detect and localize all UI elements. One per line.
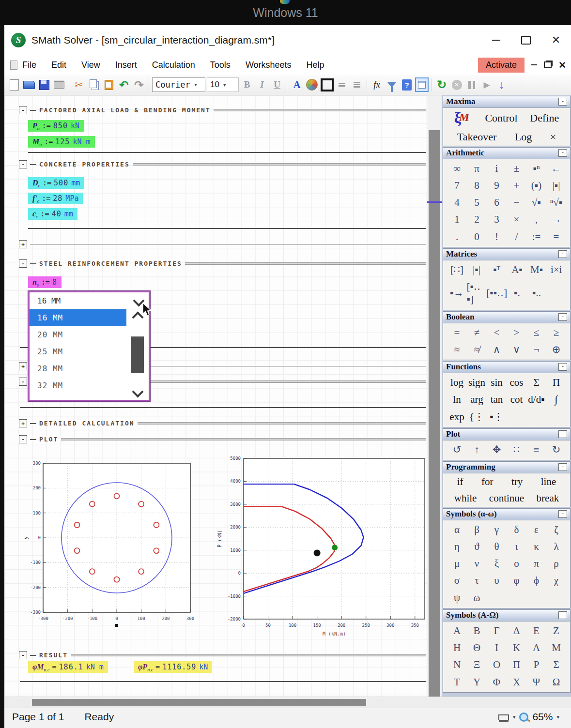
palette-item[interactable]: /: [515, 230, 518, 243]
palette-item[interactable]: ∧: [493, 343, 500, 356]
palette-item[interactable]: 9: [494, 179, 499, 192]
palette-item[interactable]: ▪ᵀ: [493, 263, 500, 276]
palette-item[interactable]: Π: [513, 658, 520, 671]
palette-item[interactable]: ρ: [554, 557, 558, 570]
palette-item[interactable]: ,: [535, 213, 538, 226]
palette-item[interactable]: B: [473, 624, 480, 637]
palette-item[interactable]: Δ: [513, 624, 520, 637]
palette-item[interactable]: 6: [494, 196, 499, 209]
palette-item[interactable]: if: [457, 475, 463, 488]
palette-item[interactable]: ν: [475, 557, 479, 570]
underline-button[interactable]: U: [270, 78, 284, 91]
palette-item[interactable]: ▪ⁿ: [533, 162, 540, 175]
palette-item[interactable]: sin: [491, 376, 503, 389]
collapse-button[interactable]: -: [19, 651, 27, 659]
input-fc[interactable]: f'c := 28 MPa: [28, 193, 83, 204]
menu-calculation[interactable]: Calculation: [152, 60, 195, 70]
palette-item[interactable]: |▪|: [553, 179, 560, 192]
mdi-minimize-icon[interactable]: [531, 64, 537, 65]
palette-item[interactable]: ψ: [454, 592, 460, 604]
refresh-plot-icon[interactable]: ↻: [552, 443, 561, 456]
scrollbar-thumb[interactable]: [429, 130, 440, 699]
palette-item[interactable]: ←: [551, 162, 561, 175]
chevron-down-icon[interactable]: ▾: [513, 714, 516, 720]
palette-item[interactable]: 8: [474, 179, 479, 192]
insert-function-button[interactable]: fx: [370, 78, 384, 91]
undo-button[interactable]: ↶: [117, 78, 131, 91]
menu-edit[interactable]: Edit: [51, 60, 66, 70]
cut-button[interactable]: ✂: [72, 78, 86, 91]
palette-item[interactable]: cot: [510, 393, 523, 406]
palette-item[interactable]: ε: [534, 523, 539, 536]
palette-item[interactable]: Λ: [533, 641, 540, 654]
palette-item[interactable]: Σ: [533, 376, 539, 389]
palette-item[interactable]: O: [493, 658, 500, 671]
palette-item[interactable]: ∫: [555, 393, 558, 406]
paste-button[interactable]: [102, 78, 116, 91]
palette-item[interactable]: ⁿ√▪: [550, 196, 563, 209]
palette-item[interactable]: i: [495, 162, 498, 175]
lines-mode-icon[interactable]: ≡: [534, 443, 540, 456]
palette-item[interactable]: I: [495, 641, 498, 654]
palette-item[interactable]: ln: [453, 393, 461, 406]
palette-item[interactable]: −: [514, 196, 520, 209]
result-Mn[interactable]: φMn.c = 186.1 kN m: [28, 661, 108, 673]
palette-item[interactable]: ▪⋮: [490, 410, 503, 423]
palette-item[interactable]: 3: [494, 213, 499, 226]
maxima-takeover-button[interactable]: Takeover: [457, 130, 497, 144]
palette-item[interactable]: line: [541, 475, 556, 488]
palette-item[interactable]: ξ: [494, 557, 499, 570]
palette-item[interactable]: =: [554, 230, 559, 243]
new-document-button[interactable]: [7, 78, 21, 91]
maxima-control-button[interactable]: Control: [485, 111, 517, 125]
palette-item[interactable]: Θ: [473, 641, 480, 654]
input-Pu[interactable]: Pu := 850 kN: [28, 120, 84, 132]
palette-item[interactable]: ⊕: [552, 343, 561, 356]
palette-item[interactable]: ∨: [513, 343, 520, 356]
palette-item[interactable]: θ: [494, 540, 499, 553]
dropdown-option[interactable]: 28 MM: [30, 360, 126, 377]
palette-item[interactable]: ϕ: [534, 574, 539, 587]
palette-item[interactable]: ο: [514, 557, 519, 570]
palette-item[interactable]: P: [534, 658, 540, 671]
palette-item[interactable]: δ: [514, 523, 519, 536]
recalculate-button[interactable]: ↻: [435, 78, 448, 91]
palette-item[interactable]: σ: [454, 574, 460, 587]
vertical-scrollbar[interactable]: [427, 95, 442, 697]
palette-item[interactable]: Γ: [494, 624, 499, 637]
palette-item[interactable]: cos: [510, 376, 524, 389]
input-Dc[interactable]: Dc := 500 mm: [28, 177, 84, 189]
horizontal-scrollbar[interactable]: [4, 697, 571, 708]
menu-view[interactable]: View: [81, 60, 100, 70]
palette-item[interactable]: {⋮: [469, 410, 484, 423]
menu-worksheets[interactable]: Worksheets: [246, 60, 292, 70]
palette-item[interactable]: ▪..: [532, 287, 541, 299]
palette-item[interactable]: =: [454, 326, 460, 339]
palette-item[interactable]: break: [537, 492, 559, 504]
menu-file[interactable]: File: [22, 60, 36, 70]
chevron-down-icon[interactable]: [132, 386, 143, 397]
palette-item[interactable]: π: [474, 162, 479, 175]
input-ns[interactable]: ns := 8: [28, 276, 62, 288]
points-mode-icon[interactable]: ∷: [513, 443, 520, 456]
palette-item[interactable]: η: [454, 540, 460, 553]
palette-item[interactable]: Ω: [553, 676, 560, 688]
dropdown-display[interactable]: 16 MM: [30, 292, 149, 309]
palette-item[interactable]: H: [453, 641, 461, 654]
palette-item[interactable]: Σ: [553, 658, 559, 671]
palette-item[interactable]: χ: [554, 574, 558, 587]
palette-item[interactable]: (▪): [531, 179, 541, 192]
palette-item[interactable]: M: [552, 641, 561, 654]
minimize-button[interactable]: [481, 30, 511, 51]
palette-item[interactable]: !: [495, 230, 498, 243]
collapse-button[interactable]: -: [19, 378, 27, 386]
print-button[interactable]: [52, 78, 66, 91]
palette-item[interactable]: ζ: [554, 523, 558, 536]
menu-tools[interactable]: Tools: [210, 60, 231, 70]
background-color-button[interactable]: [305, 78, 319, 91]
palette-item[interactable]: √▪: [532, 196, 541, 209]
dropdown-option[interactable]: 32 MM: [30, 377, 126, 394]
palette-item[interactable]: →: [551, 213, 561, 226]
menu-help[interactable]: Help: [307, 60, 324, 70]
close-button[interactable]: ✕: [541, 30, 571, 51]
